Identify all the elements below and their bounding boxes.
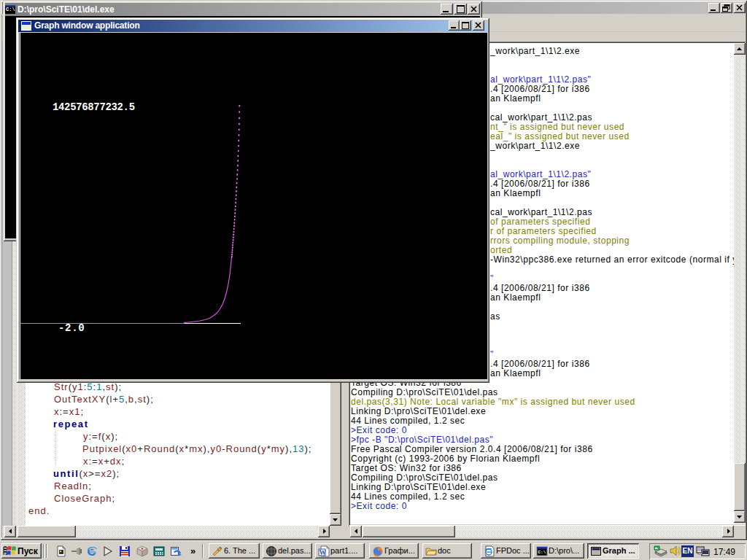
svg-text:W: W xyxy=(320,549,327,556)
svg-text:C:\: C:\ xyxy=(538,550,546,555)
